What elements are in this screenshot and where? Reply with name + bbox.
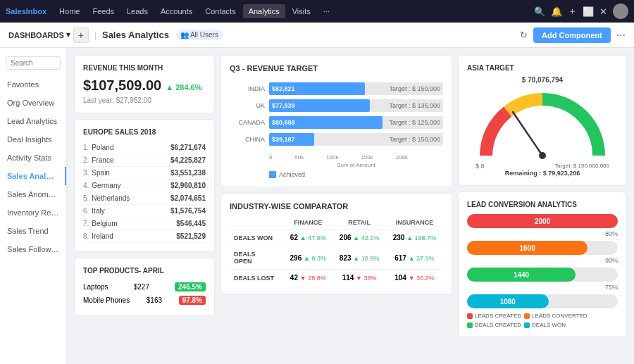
product-row: Laptops $227 246.5% [83, 280, 206, 294]
add-dashboard-button[interactable]: + [73, 27, 89, 43]
nav-analytics[interactable]: Analytics [243, 4, 285, 18]
up-arrow-icon: ▲ [166, 83, 173, 92]
search-icon[interactable]: 🔍 [534, 6, 545, 17]
refresh-button[interactable]: ↻ [520, 30, 528, 40]
legend-item-deals-created: DEALS CREATED [467, 322, 521, 328]
comparator-table: FINANCE RETAIL INSURANCE DEALS WON 62 ▲ … [230, 216, 443, 286]
lead-bar-row: 2000 80% [467, 214, 618, 238]
leads-converted-dot [524, 313, 530, 319]
x-icon[interactable]: ✕ [599, 6, 607, 17]
product-badge: 97.8% [179, 296, 206, 305]
sidebar-item-sales-analytics[interactable]: Sales Analytics [0, 167, 66, 185]
comparator-card: INDUSTRY-WISE COMPARATOR FINANCE RETAIL … [220, 193, 452, 295]
sidebar-item-favorites[interactable]: Favorites [0, 75, 66, 94]
product-amount: $163 [147, 296, 162, 304]
col-header-finance: FINANCE [283, 216, 332, 230]
list-item: 6.Italy$1,576,754 [83, 205, 206, 218]
screen-icon[interactable]: ⬜ [583, 6, 594, 17]
list-item: 4.Germany$2,960,810 [83, 180, 206, 192]
add-component-button[interactable]: Add Component [533, 27, 611, 43]
sidebar: Favorites Org Overview Lead Analytics De… [0, 48, 67, 364]
nav-logo: SalesInbox [6, 7, 46, 15]
asia-card: ASIA TARGET $ 70,076,794 [458, 55, 627, 186]
list-item: 7.Belgium$546,445 [83, 218, 206, 230]
avatar[interactable] [613, 4, 628, 19]
list-item: 3.Spain$3,551,238 [83, 167, 206, 180]
sidebar-item-sales-trend[interactable]: Sales Trend [0, 222, 66, 240]
asia-title: ASIA TARGET [467, 64, 618, 72]
col-header-retail: RETAIL [332, 216, 386, 230]
revenue-card: REVENUE THIS MONTH $107,509.00 ▲ 284.6% … [74, 55, 215, 113]
table-row: DEALS LOST 42 ▼ 28.8% 114 ▼ 38% 104 ▼ 30… [230, 270, 443, 287]
legend-item-leads-converted: LEADS CONVERTED [524, 313, 588, 319]
search-input[interactable] [6, 56, 61, 70]
bar-row-china: CHINA $39,187 Target : $ 150,000 [230, 133, 443, 146]
page-title: Sales Analytics [102, 30, 169, 40]
leads-created-dot [467, 313, 473, 319]
top-nav: SalesInbox Home Feeds Leads Accounts Con… [0, 0, 634, 23]
europe-sales-card: EUROPE SALES 2018 1.Poland$6,271,674 2.F… [74, 119, 215, 252]
all-users-badge: 👥All Users [176, 30, 223, 40]
nav-visits[interactable]: Visits [287, 4, 316, 18]
main-content: REVENUE THIS MONTH $107,509.00 ▲ 284.6% … [67, 48, 634, 364]
legend-item-leads-created: LEADS CREATED [467, 313, 521, 319]
plus-icon[interactable]: ＋ [568, 5, 577, 18]
legend-item-deals-won: DEALS WON [524, 322, 566, 328]
list-item: 2.France$4,225,827 [83, 154, 206, 167]
sidebar-item-sales-followup[interactable]: Sales Follow-up T [0, 240, 66, 258]
list-item: 1.Poland$6,271,674 [83, 142, 206, 154]
product-name: Laptops [83, 283, 108, 291]
europe-title: EUROPE SALES 2018 [83, 128, 206, 136]
product-row: Mobile Phones $163 97.8% [83, 294, 206, 307]
sidebar-item-lead-analytics[interactable]: Lead Analytics [0, 112, 66, 130]
lead-bar-row: 1440 75% [467, 268, 618, 291]
gauge-remaining: Remaining : $ 79,923,206 [505, 170, 580, 177]
gauge-container: $ 70,076,794 $ 0 [467, 76, 618, 177]
nav-feeds[interactable]: Feeds [87, 4, 120, 18]
sidebar-item-deal-insights[interactable]: Deal Insights [0, 130, 66, 149]
gauge-top-value: $ 70,076,794 [522, 76, 563, 84]
chart-legend: Achieved [269, 171, 443, 178]
lead-conv-title: LEAD CONVERSION ANALYTICS [467, 201, 618, 208]
top-products-title: TOP PRODUCTS- APRIL [83, 267, 206, 275]
q3-title: Q3 - REVENUE TARGET [230, 64, 443, 73]
nav-leads[interactable]: Leads [121, 4, 154, 18]
product-amount: $227 [134, 283, 149, 291]
table-row: DEALSOPEN 296 ▲ 0.3% 823 ▲ 10.9% 617 ▲ 3… [230, 246, 443, 270]
lead-legend: LEADS CREATED LEADS CONVERTED DEALS CREA… [467, 313, 618, 328]
product-name: Mobile Phones [83, 296, 130, 304]
nav-contacts[interactable]: Contacts [199, 4, 241, 18]
middle-column: Q3 - REVENUE TARGET INDIA $82,821 Target… [220, 55, 452, 357]
product-badge: 246.5% [175, 282, 206, 291]
sidebar-item-sales-anomalies[interactable]: Sales Anomalies [0, 185, 66, 203]
lead-conversion-card: LEAD CONVERSION ANALYTICS 2000 80% 1600 [458, 192, 627, 337]
list-item: 8.Ireland$521,529 [83, 230, 206, 243]
bar-chart: INDIA $82,821 Target : $ 150,000 UK [230, 80, 443, 153]
table-row: DEALS WON 62 ▲ 47.6% 206 ▲ 42.1% 230 ▲ 1… [230, 230, 443, 246]
lead-bar-row: 1080 [467, 294, 618, 308]
bar-row-india: INDIA $82,821 Target : $ 150,000 [230, 82, 443, 95]
gauge-chart [472, 85, 613, 163]
bell-icon[interactable]: 🔔 [551, 6, 562, 17]
sidebar-item-inventory-reports[interactable]: Inventory Reports [0, 203, 66, 222]
revenue-change: ▲ 284.6% [166, 83, 201, 92]
svg-line-0 [513, 112, 542, 156]
sub-nav: DASHBOARDS ▾ + | Sales Analytics 👥All Us… [0, 23, 634, 48]
nav-home[interactable]: Home [54, 4, 85, 18]
revenue-title: REVENUE THIS MONTH [83, 64, 206, 72]
nav-more[interactable]: ··· [318, 4, 335, 18]
nav-accounts[interactable]: Accounts [155, 4, 198, 18]
top-products-card: TOP PRODUCTS- APRIL Laptops $227 246.5% … [74, 258, 215, 316]
sidebar-item-org-overview[interactable]: Org Overview [0, 94, 66, 112]
revenue-amount: $107,509.00 [83, 77, 161, 94]
europe-list: 1.Poland$6,271,674 2.France$4,225,827 3.… [83, 142, 206, 243]
gauge-labels: $ 0 Target: $ 150,000,000 [476, 163, 609, 170]
col-header-insurance: INSURANCE [386, 216, 443, 230]
q3-card: Q3 - REVENUE TARGET INDIA $82,821 Target… [220, 55, 452, 187]
lead-bar-row: 1600 90% [467, 241, 618, 265]
right-column: ASIA TARGET $ 70,076,794 [458, 55, 627, 357]
sidebar-item-activity-stats[interactable]: Activity Stats [0, 149, 66, 167]
comparator-title: INDUSTRY-WISE COMPARATOR [230, 202, 443, 211]
more-options-button[interactable]: ··· [616, 29, 626, 42]
dashboards-button[interactable]: DASHBOARDS ▾ [8, 30, 70, 39]
